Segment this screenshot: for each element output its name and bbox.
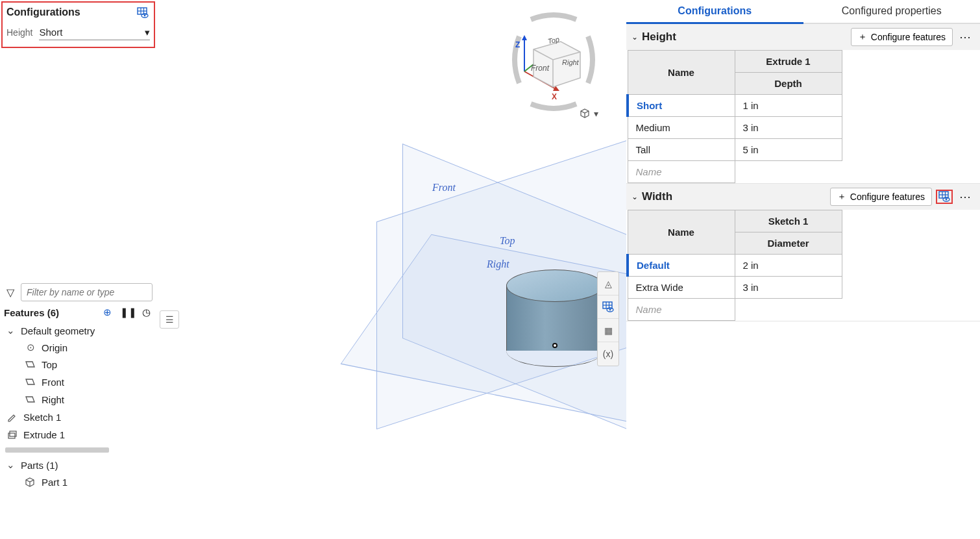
viewport-side-toolbar: ◬ ▦ (x) <box>597 271 619 366</box>
col-feature-header: Extrude 1 <box>735 51 842 73</box>
config-selected-value: Short <box>39 27 62 38</box>
tree-sketch-1[interactable]: Sketch 1 <box>5 408 151 426</box>
col-name-header: Name <box>628 51 735 95</box>
toolbar-btn-instances[interactable]: ▦ <box>598 319 619 342</box>
config-row-name[interactable]: Medium <box>628 117 735 139</box>
plane-icon <box>25 358 36 371</box>
config-height-select[interactable]: Short ▾ <box>39 25 150 40</box>
config-row-name[interactable]: Default <box>628 255 735 277</box>
configurations-title: Configurations <box>6 6 80 18</box>
config-new-value-cell <box>735 299 842 321</box>
feature-panel: ▽ Features (6) ⊕ ❚❚ ◷ ⌄ Default geometry… <box>1 281 155 492</box>
config-new-name-input[interactable]: Name <box>628 161 735 183</box>
config-tabs: Configurations Configured properties <box>626 0 980 24</box>
table-visibility-icon[interactable] <box>936 190 953 205</box>
col-value-header: Depth <box>735 73 842 95</box>
tab-configured-properties[interactable]: Configured properties <box>803 0 981 23</box>
feature-scrollbar[interactable] <box>5 447 109 453</box>
section-header: ⌄Height＋Configure features⋯ <box>626 24 980 50</box>
config-new-value-cell <box>735 161 842 183</box>
config-section: ⌄Height＋Configure features⋯NameExtrude 1… <box>626 24 980 184</box>
col-name-header: Name <box>628 210 735 255</box>
config-table: NameSketch 1DiameterDefault2 inExtra Wid… <box>626 210 842 321</box>
cube-face-front[interactable]: Front <box>531 64 549 73</box>
plane-label-right: Right <box>487 258 509 270</box>
config-param-label: Height <box>6 27 32 38</box>
config-row-value[interactable]: 2 in <box>735 255 842 277</box>
configure-features-button[interactable]: ＋Configure features <box>830 188 932 206</box>
tree-parts-header[interactable]: ⌄ Parts (1) <box>5 457 151 473</box>
config-table: NameExtrude 1DepthShort1 inMedium3 inTal… <box>626 50 842 183</box>
toolbar-btn-appearance[interactable]: ◬ <box>598 272 619 295</box>
configure-features-label: Configure features <box>850 192 925 202</box>
config-row[interactable]: Tall5 in <box>628 139 842 161</box>
chevron-down-icon[interactable]: ⌄ <box>631 32 638 42</box>
config-new-name-input[interactable]: Name <box>628 299 735 321</box>
origin-icon: ⊙ <box>25 342 36 353</box>
config-row-value[interactable]: 3 in <box>735 117 842 139</box>
section-title: Width <box>642 190 826 203</box>
extrude-icon <box>6 429 18 441</box>
config-new-row[interactable]: Name <box>628 161 842 183</box>
chevron-down-icon: ⌄ <box>6 325 16 336</box>
toolbar-btn-variables[interactable]: (x) <box>598 342 619 366</box>
config-row-name[interactable]: Short <box>628 95 735 117</box>
tab-configurations[interactable]: Configurations <box>626 0 803 24</box>
config-row-name[interactable]: Tall <box>628 139 735 161</box>
chevron-down-icon[interactable]: ⌄ <box>631 192 638 201</box>
config-section: ⌄Width＋Configure features⋯NameSketch 1Di… <box>626 184 980 321</box>
axis-z-label: Z <box>515 40 520 49</box>
plane-icon <box>25 394 36 406</box>
config-row[interactable]: Medium3 in <box>628 117 842 139</box>
plus-icon: ＋ <box>858 31 867 43</box>
config-row-value[interactable]: 1 in <box>735 95 842 117</box>
svg-marker-9 <box>522 35 527 40</box>
configurations-panel: Configurations Configured properties ⌄He… <box>626 0 980 539</box>
model-cylinder-bottom <box>506 334 604 367</box>
sketch-icon <box>6 411 18 423</box>
section-title: Height <box>642 31 847 44</box>
config-row[interactable]: Default2 in <box>628 255 842 277</box>
section-more-icon[interactable]: ⋯ <box>957 190 975 204</box>
dropdown-caret-icon: ▾ <box>594 108 598 119</box>
view-cube[interactable]: Z X Front Right Top ▾ <box>505 6 602 123</box>
config-row[interactable]: Short1 in <box>628 95 842 117</box>
plane-label-top: Top <box>500 235 515 247</box>
dropdown-caret-icon: ▾ <box>145 27 150 38</box>
filter-icon[interactable]: ▽ <box>4 286 17 299</box>
stopwatch-icon[interactable]: ◷ <box>140 307 153 318</box>
axis-x-label: X <box>552 92 557 101</box>
add-feature-icon[interactable]: ⊕ <box>101 307 114 318</box>
section-header: ⌄Width＋Configure features⋯ <box>626 184 980 210</box>
config-row[interactable]: Extra Wide3 in <box>628 277 842 299</box>
render-mode-dropdown[interactable]: ▾ <box>580 108 598 119</box>
config-row-value[interactable]: 5 in <box>735 139 842 161</box>
config-row-name[interactable]: Extra Wide <box>628 277 735 299</box>
section-more-icon[interactable]: ⋯ <box>957 30 975 44</box>
pause-icon[interactable]: ❚❚ <box>120 307 133 318</box>
cube-face-right[interactable]: Right <box>562 58 579 66</box>
chevron-down-icon: ⌄ <box>6 459 16 471</box>
model-origin-marker <box>552 343 557 348</box>
tree-part-1[interactable]: Part 1 <box>5 473 151 491</box>
configurations-quick-panel: Configurations Height Short ▾ <box>1 1 155 48</box>
tree-default-geometry[interactable]: ⌄ Default geometry <box>5 322 151 339</box>
configurations-table-visibility-icon[interactable] <box>136 5 150 20</box>
plus-icon: ＋ <box>837 191 846 203</box>
features-header: Features (6) <box>4 307 59 318</box>
configure-features-label: Configure features <box>871 32 946 42</box>
feature-filter-input[interactable] <box>21 283 153 301</box>
config-row-value[interactable]: 3 in <box>735 277 842 299</box>
tree-top-plane[interactable]: Top <box>5 356 151 373</box>
tree-origin[interactable]: ⊙ Origin <box>5 339 151 356</box>
tree-front-plane[interactable]: Front <box>5 373 151 391</box>
part-icon <box>25 476 36 488</box>
tree-right-plane[interactable]: Right <box>5 391 151 408</box>
plane-icon <box>25 376 36 388</box>
model-cylinder-top[interactable] <box>506 270 604 302</box>
toolbar-btn-config-grid[interactable] <box>598 295 619 319</box>
config-new-row[interactable]: Name <box>628 299 842 321</box>
tree-extrude-1[interactable]: Extrude 1 <box>5 426 151 444</box>
col-value-header: Diameter <box>735 232 842 255</box>
configure-features-button[interactable]: ＋Configure features <box>851 28 953 46</box>
